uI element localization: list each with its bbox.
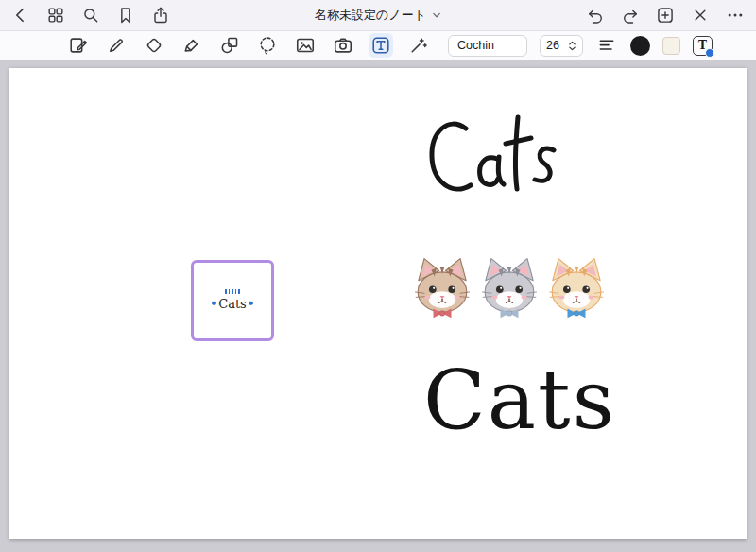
share-icon xyxy=(151,6,170,25)
close-icon xyxy=(691,6,710,25)
note-title: 名称未設定のノート xyxy=(315,7,426,24)
chevron-down-icon xyxy=(432,11,441,19)
tool-text-button[interactable] xyxy=(369,33,393,58)
cream-cat-sticker[interactable] xyxy=(544,253,609,320)
more-icon xyxy=(726,6,745,25)
redo-button[interactable] xyxy=(619,4,642,26)
cat-stickers-row xyxy=(410,253,609,320)
navigation-bar: 名称未設定のノート xyxy=(0,0,756,31)
tool-image-button[interactable] xyxy=(293,33,318,58)
text-controls-group: Cochin 26 T xyxy=(448,34,713,57)
highlighter-icon xyxy=(181,35,202,56)
stepper-chevrons-icon xyxy=(568,40,576,52)
pen-icon xyxy=(106,35,127,56)
tool-lasso-button[interactable] xyxy=(255,33,280,58)
tool-camera-button[interactable] xyxy=(331,33,355,58)
sticker-preview-text: Cats xyxy=(218,297,247,311)
tool-highlighter-button[interactable] xyxy=(180,33,204,58)
resize-handle-right[interactable] xyxy=(249,302,253,306)
thumbnails-icon xyxy=(46,6,65,25)
sticker-preview: Cats xyxy=(212,289,253,312)
laser-pointer-icon xyxy=(408,35,429,56)
back-icon xyxy=(11,6,30,25)
text-style-button[interactable]: T xyxy=(693,36,713,56)
tools-toolbar: Cochin 26 T xyxy=(0,31,756,60)
text-icon xyxy=(370,35,391,56)
text-color-swatch[interactable] xyxy=(630,36,650,56)
undo-icon xyxy=(586,6,605,25)
bookmark-button[interactable] xyxy=(114,4,137,26)
nav-left-group xyxy=(9,4,172,26)
undo-button[interactable] xyxy=(584,4,607,26)
thumbnails-button[interactable] xyxy=(44,4,67,26)
elements-icon xyxy=(68,35,89,56)
lasso-icon xyxy=(257,35,278,56)
typed-cats-text[interactable]: Cats xyxy=(423,359,616,440)
tool-shapes-button[interactable] xyxy=(217,33,242,58)
bookmark-icon xyxy=(116,6,135,25)
sticker-preview-ticks xyxy=(225,289,240,294)
redo-icon xyxy=(621,6,640,25)
more-button[interactable] xyxy=(724,4,747,26)
tool-laser-pointer-button[interactable] xyxy=(406,33,431,58)
tool-pen-button[interactable] xyxy=(104,33,129,58)
highlight-color-swatch[interactable] xyxy=(662,37,680,55)
back-button[interactable] xyxy=(9,4,32,26)
brown-cat-sticker[interactable] xyxy=(410,253,474,320)
font-family-value: Cochin xyxy=(457,39,494,52)
handwritten-cats-ink[interactable] xyxy=(423,110,565,209)
search-icon xyxy=(81,6,100,25)
font-family-select[interactable]: Cochin xyxy=(448,35,527,57)
note-page[interactable]: Cats Cats xyxy=(9,68,747,539)
notes-app: 名称未設定のノート Cochin 26 xyxy=(0,0,756,552)
align-left-icon xyxy=(597,36,616,55)
canvas-area[interactable]: Cats Cats xyxy=(0,60,756,552)
eraser-icon xyxy=(144,35,164,56)
add-page-icon xyxy=(656,6,675,25)
resize-handle-left[interactable] xyxy=(212,302,216,306)
selected-sticker-box[interactable]: Cats xyxy=(191,260,274,341)
active-color-dot xyxy=(705,48,714,58)
nav-right-group xyxy=(584,4,747,26)
image-icon xyxy=(295,35,316,56)
tool-elements-button[interactable] xyxy=(66,33,91,58)
font-size-value: 26 xyxy=(546,39,559,52)
shapes-icon xyxy=(219,35,240,56)
tool-eraser-button[interactable] xyxy=(142,33,166,58)
tool-group xyxy=(66,33,431,58)
gray-cat-sticker[interactable] xyxy=(477,253,541,320)
camera-icon xyxy=(333,35,353,56)
add-page-button[interactable] xyxy=(654,4,677,26)
text-align-button[interactable] xyxy=(595,34,618,57)
note-title-menu[interactable]: 名称未設定のノート xyxy=(315,7,441,24)
search-button[interactable] xyxy=(79,4,102,26)
close-button[interactable] xyxy=(689,4,712,26)
sticker-preview-textbox: Cats xyxy=(212,295,253,312)
share-button[interactable] xyxy=(149,4,172,26)
font-size-stepper[interactable]: 26 xyxy=(540,35,583,57)
